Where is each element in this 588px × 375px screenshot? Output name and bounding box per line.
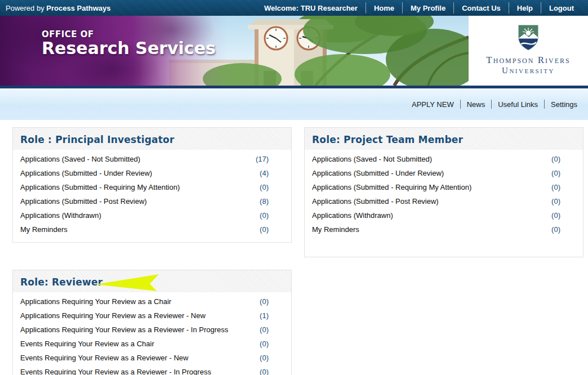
row-label: Applications Requiring Your Review as a … <box>20 297 250 306</box>
table-row: Events Requiring Your Review as a Review… <box>13 351 291 365</box>
card-body: Applications (Saved - Not Submitted) (0)… <box>305 150 583 257</box>
table-row: My Reminders (0) <box>13 222 291 236</box>
table-row: Events Requiring Your Review as a Chair … <box>13 337 291 351</box>
row-count-link[interactable]: (0) <box>250 354 269 362</box>
table-row: Applications (Submitted - Under Review) … <box>13 166 291 180</box>
nav-useful-links[interactable]: Useful Links <box>492 100 544 109</box>
row-label: Applications (Withdrawn) <box>312 211 541 220</box>
row-count-link[interactable]: (1) <box>250 311 269 320</box>
row-count-link[interactable]: (0) <box>250 297 269 306</box>
tru-shield-icon <box>517 24 540 51</box>
row-count-link[interactable]: (0) <box>541 211 560 220</box>
row-count-link[interactable]: (0) <box>250 211 269 220</box>
process-pathways-brand: Process Pathways <box>46 4 110 12</box>
table-row: Applications (Submitted - Requiring My A… <box>13 180 291 194</box>
header-banner: OFFICE OF Research Services <box>0 16 588 86</box>
university-wordmark: Thompson Rivers University <box>486 55 570 75</box>
row-label: Applications (Saved - Not Submitted) <box>312 155 541 163</box>
table-row: Applications (Submitted - Requiring My A… <box>305 180 583 194</box>
research-services-title: Research Services <box>42 39 216 57</box>
card-body: Applications (Saved - Not Submitted) (17… <box>13 150 291 242</box>
powered-by-brand: Powered by Process Pathways <box>0 4 110 12</box>
banner-heading: OFFICE OF Research Services <box>42 29 216 57</box>
spacer <box>12 243 292 270</box>
nav-my-profile[interactable]: My Profile <box>403 4 453 12</box>
row-label: Applications (Submitted - Under Review) <box>312 169 541 177</box>
row-label: My Reminders <box>20 225 250 234</box>
row-label: Applications (Submitted - Requiring My A… <box>20 183 250 191</box>
nav-logout[interactable]: Logout <box>542 4 581 12</box>
table-row: Applications Requiring Your Review as a … <box>13 323 291 337</box>
row-label: Applications (Saved - Not Submitted) <box>20 155 250 163</box>
row-count-link[interactable]: (0) <box>541 197 560 206</box>
row-label: My Reminders <box>312 225 541 234</box>
university-logo-panel: Thompson Rivers University <box>469 16 588 86</box>
role-card-reviewer: Role: Reviewer Applications Requiring Yo… <box>12 270 292 375</box>
row-label: Applications (Submitted - Under Review) <box>20 169 250 177</box>
row-label: Events Requiring Your Review as a Chair <box>20 340 250 348</box>
row-count-link[interactable]: (0) <box>250 368 269 375</box>
divider <box>402 2 403 14</box>
row-count-link[interactable]: (0) <box>541 225 560 234</box>
row-count-link[interactable]: (8) <box>250 197 269 206</box>
row-label: Applications (Withdrawn) <box>20 211 250 220</box>
row-label: Events Requiring Your Review as a Review… <box>20 354 250 362</box>
row-count-link[interactable]: (0) <box>250 340 269 348</box>
top-utility-bar: Powered by Process Pathways Welcome: TRU… <box>0 0 588 16</box>
table-row: Applications (Submitted - Post Review) (… <box>13 194 291 208</box>
row-label: Applications Requiring Your Review as a … <box>20 311 250 320</box>
row-count-link[interactable]: (0) <box>541 183 560 191</box>
card-header: Role : Principal Investigator <box>13 128 291 150</box>
divider <box>453 2 454 14</box>
top-nav: Welcome: TRU Researcher Home My Profile … <box>257 0 588 16</box>
nav-home[interactable]: Home <box>367 4 402 12</box>
row-count-link[interactable]: (0) <box>541 169 560 177</box>
divider <box>366 2 366 14</box>
nav-help[interactable]: Help <box>510 4 540 12</box>
role-card-project-team-member: Role: Project Team Member Applications (… <box>304 127 583 257</box>
row-count-link[interactable]: (0) <box>541 155 560 163</box>
row-label: Applications (Submitted - Post Review) <box>20 197 250 206</box>
table-row: Applications (Submitted - Under Review) … <box>305 166 583 180</box>
card-header: Role: Project Team Member <box>305 128 583 150</box>
table-row: Events Requiring Your Review as a Review… <box>13 365 291 375</box>
row-count-link[interactable]: (0) <box>250 325 269 334</box>
card-title: Role: Project Team Member <box>312 134 576 145</box>
powered-by-label: Powered by <box>6 4 44 12</box>
table-row: Applications Requiring Your Review as a … <box>13 294 291 309</box>
row-label: Applications (Submitted - Requiring My A… <box>312 183 541 191</box>
row-count-link[interactable]: (17) <box>250 155 269 163</box>
table-row: Applications (Saved - Not Submitted) (17… <box>13 152 291 166</box>
table-row: Applications (Saved - Not Submitted) (0) <box>305 152 583 166</box>
nav-apply-new[interactable]: APPLY NEW <box>406 100 460 109</box>
row-label: Events Requiring Your Review as a Review… <box>20 368 250 375</box>
row-label: Applications (Submitted - Post Review) <box>312 197 541 206</box>
table-row: Applications (Withdrawn) (0) <box>13 208 291 222</box>
table-row: Applications (Withdrawn) (0) <box>305 208 583 222</box>
university-name-line1: Thompson Rivers <box>486 55 570 66</box>
dashboard-right-column: Role: Project Team Member Applications (… <box>304 127 583 375</box>
table-row: My Reminders (0) <box>305 222 583 236</box>
divider <box>541 2 541 14</box>
card-header: Role: Reviewer <box>13 270 291 292</box>
row-count-link[interactable]: (4) <box>250 169 269 177</box>
card-body: Applications Requiring Your Review as a … <box>13 292 291 375</box>
dashboard-left-column: Role : Principal Investigator Applicatio… <box>12 127 292 375</box>
university-name-line2: University <box>486 66 570 75</box>
row-label: Applications Requiring Your Review as a … <box>20 325 250 334</box>
dashboard: Role : Principal Investigator Applicatio… <box>0 120 588 375</box>
nav-settings[interactable]: Settings <box>545 100 583 109</box>
divider <box>509 2 509 14</box>
table-row: Applications (Submitted - Post Review) (… <box>305 194 583 208</box>
role-card-principal-investigator: Role : Principal Investigator Applicatio… <box>12 127 292 243</box>
row-count-link[interactable]: (0) <box>250 225 269 234</box>
secondary-nav: APPLY NEW News Useful Links Settings <box>0 88 588 120</box>
card-title: Role : Principal Investigator <box>20 134 284 145</box>
nav-contact-us[interactable]: Contact Us <box>455 4 508 12</box>
table-row: Applications Requiring Your Review as a … <box>13 309 291 323</box>
row-count-link[interactable]: (0) <box>250 183 269 191</box>
nav-news[interactable]: News <box>461 100 492 109</box>
welcome-user-label: Welcome: TRU Researcher <box>257 4 365 12</box>
